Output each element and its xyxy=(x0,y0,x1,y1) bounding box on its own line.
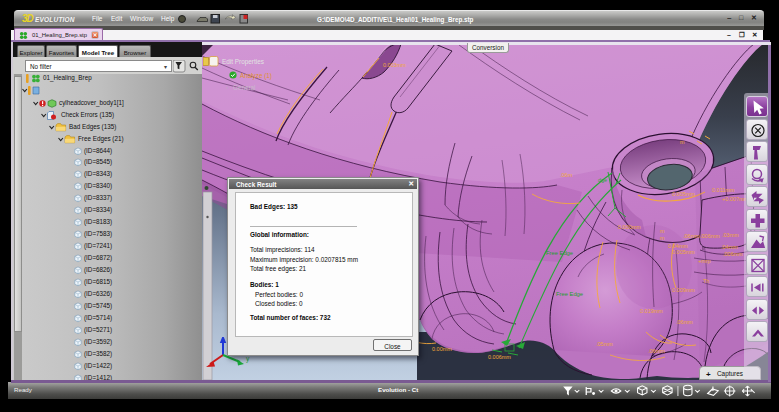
svg-text:0.006mm: 0.006mm xyxy=(488,354,511,360)
svg-text:0.005mm: 0.005mm xyxy=(672,191,695,197)
svg-text:m: m xyxy=(680,139,685,145)
svg-text:.06m: .06m xyxy=(560,172,573,178)
svg-text:0.005mm: 0.005mm xyxy=(672,249,695,255)
svg-text:.006mm: .006mm xyxy=(723,251,743,257)
svg-text:0.009mm: 0.009mm xyxy=(672,287,695,293)
svg-text:.06mm: .06mm xyxy=(676,319,693,325)
svg-text:y: y xyxy=(246,355,250,363)
svg-text:.06mm: .06mm xyxy=(683,233,700,239)
svg-text:.04mm: .04mm xyxy=(721,244,738,250)
svg-text:.006mm: .006mm xyxy=(700,233,720,239)
svg-text:m: m xyxy=(660,235,665,241)
svg-text:.06mm: .06mm xyxy=(648,348,665,354)
svg-text:0.000mm: 0.000mm xyxy=(618,224,641,230)
svg-text:0.00mm: 0.00mm xyxy=(432,346,452,352)
svg-text:+mrp: +mrp xyxy=(698,258,711,264)
svg-text:0.003mm: 0.003mm xyxy=(383,62,406,68)
svg-text:0.019mm: 0.019mm xyxy=(640,308,663,314)
svg-text:.03mm: .03mm xyxy=(722,232,739,238)
svg-text:0.011mm: 0.011mm xyxy=(712,187,735,193)
svg-text:.05mm: .05mm xyxy=(596,341,613,347)
svg-text:Th: Th xyxy=(703,278,709,284)
svg-text:m: m xyxy=(660,228,665,234)
